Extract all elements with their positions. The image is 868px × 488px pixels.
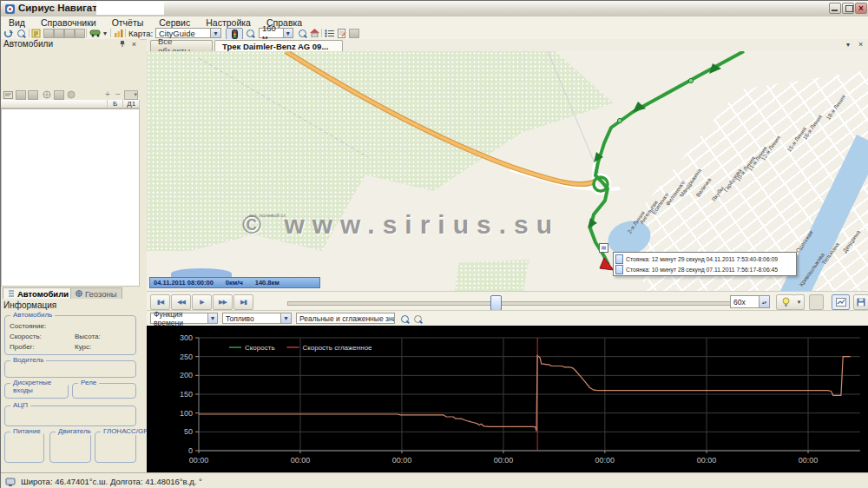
column-name[interactable] <box>1 100 108 109</box>
function-select-value: Функция времени <box>154 310 207 327</box>
app-icon <box>4 3 16 15</box>
zoom-out-button[interactable] <box>297 28 308 38</box>
magnifier-icon <box>414 315 422 323</box>
search-button[interactable] <box>16 28 27 38</box>
zoom-search-button[interactable] <box>245 28 256 38</box>
toolbar-separator <box>29 29 30 37</box>
timeline-slider-track[interactable] <box>287 301 742 306</box>
remove-vehicle-icon[interactable]: − <box>115 89 121 99</box>
chart-zoom-out-button[interactable] <box>412 313 424 324</box>
tooltip-row[interactable]: Стоянка: 12 минут 29 секунд 04.11.2011 7… <box>615 254 794 264</box>
skip-start-button[interactable]: ▮◀ <box>150 294 170 310</box>
zoom-level-select[interactable]: 160 м ▾ <box>259 28 293 38</box>
track-point-icon[interactable]: ▤ <box>599 243 608 253</box>
computer-icon <box>5 477 16 487</box>
tab-all-objects[interactable]: Все объекты <box>150 40 213 51</box>
svg-text:Скорость: Скорость <box>245 344 275 352</box>
tab-geozones-label: Геозоны <box>85 289 117 299</box>
fast-forward-button[interactable]: ▶▶ <box>213 294 233 310</box>
vehicle-list[interactable] <box>1 109 140 287</box>
traffic-button[interactable] <box>226 28 243 40</box>
map-canvas[interactable]: © www.sirius.su ост. полевой ст. 18-я Ли… <box>147 51 868 291</box>
save-button[interactable] <box>853 294 868 310</box>
skip-start-icon: ▮◀ <box>157 299 163 306</box>
tab-track[interactable]: Трек Daimler-Benz AG 09... <box>214 40 343 51</box>
add-vehicle-icon[interactable]: + <box>105 89 110 99</box>
tooltip-text: Стоянка: 12 минут 29 секунд 04.11.2011 7… <box>626 256 778 262</box>
column-options-dropdown[interactable]: ▾ <box>124 90 138 100</box>
speed-label: Скорость: <box>10 333 42 340</box>
chart-icon <box>836 298 846 307</box>
function-select[interactable]: Функция времени ▾ <box>150 313 218 324</box>
speed-value: 60x <box>733 298 746 307</box>
disabled-icon <box>28 90 38 100</box>
values-select[interactable]: Реальные и сглаженные значени ▾ <box>296 313 395 324</box>
svg-text:00:00: 00:00 <box>697 456 717 465</box>
watermark: © www.sirius.su <box>242 210 560 240</box>
menu-reports[interactable]: Отчёты <box>104 17 152 28</box>
menu-service[interactable]: Сервис <box>151 17 198 28</box>
veh-tool-disabled-4 <box>65 89 76 100</box>
skip-end-button[interactable]: ▶▮ <box>233 294 253 310</box>
disabled-icon <box>43 29 54 38</box>
close-panel-icon[interactable]: × <box>129 40 139 49</box>
toolbar-separator <box>86 29 87 37</box>
vehicle-list-header: Б Д1 <box>1 100 140 109</box>
tooltip-row[interactable]: Стоянка: 10 минут 28 секунд 07.11.2011 7… <box>615 264 794 274</box>
magnifier-icon <box>401 315 409 323</box>
vehicle-card-button[interactable] <box>3 89 14 100</box>
fuel-select[interactable]: Топливо ▾ <box>222 313 292 324</box>
timeline-slider-thumb[interactable] <box>490 295 502 311</box>
driver-group-label: Водитель <box>10 356 46 364</box>
minimize-button[interactable] <box>829 3 841 14</box>
svg-text:00:00: 00:00 <box>494 456 514 465</box>
tab-close-icon[interactable]: × <box>858 40 863 49</box>
chevron-down-icon[interactable]: ▾ <box>207 313 217 323</box>
vehicle-filter-dropdown[interactable]: ▾ <box>102 28 108 38</box>
close-icon: × <box>858 3 864 13</box>
menu-directories[interactable]: Справочники <box>33 17 104 28</box>
spin-buttons[interactable]: ▴▾ <box>759 296 769 307</box>
home-button[interactable] <box>309 28 320 38</box>
vehicle-filter-button[interactable] <box>89 28 102 38</box>
title-bar: Сириус Навигатор - × <box>1 1 868 17</box>
speed-chart[interactable]: 05010015020025030000:0000:0000:0000:0000… <box>147 326 868 472</box>
rewind-button[interactable]: ◀◀ <box>171 294 191 310</box>
chevron-down-icon[interactable]: ▾ <box>280 313 291 323</box>
veh-tool-disabled-3 <box>53 89 64 100</box>
close-button[interactable]: × <box>855 3 867 14</box>
power-group-label: Питание <box>10 427 43 435</box>
status-bar: Широта: 46.47401°с.ш. Долгота: 41.48016°… <box>1 472 868 488</box>
edit-note-button[interactable] <box>30 28 42 38</box>
track-status-label: 04.11.2011 08:00:00 0км/ч 140.8км <box>149 277 320 288</box>
course-label: Курс: <box>75 343 91 351</box>
lightbulb-button[interactable] <box>776 294 795 310</box>
menu-settings[interactable]: Настройка <box>198 17 259 28</box>
fuel-select-value: Топливо <box>226 314 254 323</box>
refresh-button[interactable] <box>3 28 14 38</box>
svg-text:00:00: 00:00 <box>291 456 311 465</box>
main-toolbar: ▾ Карта: CityGuide ▾ 160 м ▾ <box>1 28 868 40</box>
chart-panel-button[interactable] <box>113 28 124 38</box>
column-d1[interactable]: Д1 <box>123 100 140 109</box>
edit-sheet-button[interactable] <box>336 28 347 38</box>
app-window: Сириус Навигатор - × Вид Справочники Отч… <box>0 0 868 488</box>
chevron-down-icon[interactable]: ▾ <box>210 29 220 37</box>
tab-vehicles[interactable]: Автомобили <box>3 287 74 299</box>
chevron-down-icon[interactable]: ▾ <box>283 29 293 37</box>
chart-toggle-button[interactable] <box>832 294 850 310</box>
chart-toolbar: Функция времени ▾ Топливо ▾ Реальные и с… <box>147 310 868 327</box>
lightbulb-dropdown[interactable]: ▾ <box>794 294 805 310</box>
chart-zoom-in-button[interactable] <box>399 313 411 324</box>
speed-select[interactable]: 60x ▴▾ <box>730 295 770 308</box>
list-view-button[interactable] <box>324 28 335 38</box>
restore-button[interactable] <box>842 3 854 14</box>
play-button[interactable]: ▶ <box>192 294 212 310</box>
menu-view[interactable]: Вид <box>1 17 33 28</box>
toolbar-separator <box>125 29 126 37</box>
tab-geozones[interactable]: Геозоны <box>70 287 122 299</box>
left-sidebar: Автомобили × + − ▾ Б Д1 Автомобили Г <box>1 39 140 472</box>
pin-icon[interactable] <box>119 40 128 49</box>
tab-list-dropdown-icon[interactable]: ▾ <box>846 41 850 49</box>
column-b[interactable]: Б <box>108 100 124 109</box>
